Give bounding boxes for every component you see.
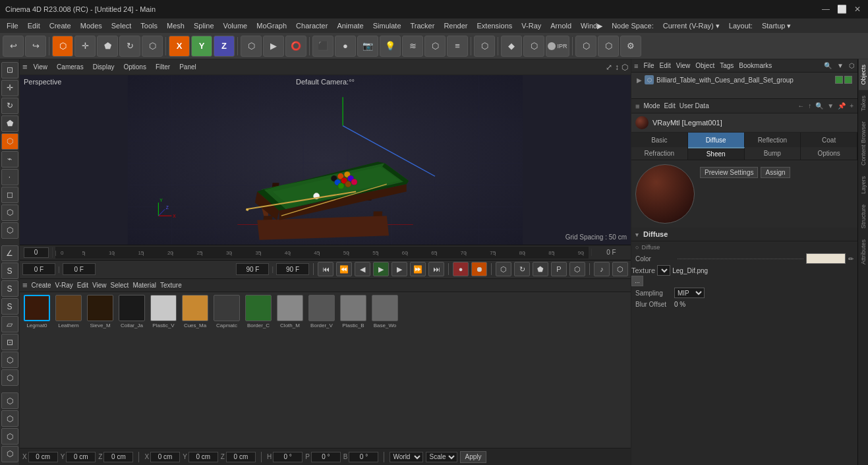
obj-menu-file[interactable]: File (643, 62, 654, 69)
side-select-btn[interactable]: ⊡ (1, 62, 18, 78)
obj-hamburger[interactable]: ≡ (634, 62, 638, 70)
rs-tab-attributes[interactable]: Attributes (859, 234, 868, 270)
attr-tab-basic[interactable]: Basic (631, 133, 688, 147)
obj-filter-icon[interactable]: ▼ (837, 62, 844, 69)
scale-btn[interactable]: ⬟ (97, 36, 118, 57)
attr-add-icon[interactable]: + (850, 102, 854, 109)
axis-x-btn[interactable]: X (169, 36, 190, 57)
minimize-btn[interactable]: — (821, 4, 831, 15)
menu-tracker[interactable]: Tracker (407, 20, 439, 31)
side-poly-btn[interactable]: ⬡ (1, 204, 18, 221)
rs-tab-layers[interactable]: Layers (859, 171, 868, 199)
obj-visible-cb[interactable] (835, 76, 843, 84)
side-extrude-btn[interactable]: ⬡ (1, 369, 18, 386)
viewport[interactable]: Perspective Default Camera:°° (20, 75, 631, 245)
attr-sub-sheen[interactable]: Sheen (688, 147, 745, 160)
side-extra2-btn[interactable]: ⬡ (1, 446, 18, 462)
obj-menu-view[interactable]: View (676, 62, 691, 69)
redo-btn[interactable]: ↪ (25, 36, 46, 57)
ipr-btn[interactable]: IPR (546, 36, 569, 57)
mirror-btn[interactable]: ⬡ (474, 36, 495, 57)
sound-btn[interactable]: ♪ (594, 262, 610, 276)
go-start-btn[interactable]: ⏮ (318, 262, 333, 276)
key-pos-btn[interactable]: ⬡ (496, 262, 511, 276)
mat-menu-edit[interactable]: Edit (77, 282, 88, 289)
maximize-btn[interactable]: ⬜ (836, 4, 847, 15)
menu-tools[interactable]: Tools (136, 20, 161, 31)
menu-modes[interactable]: Modes (76, 20, 106, 31)
rotate-btn[interactable]: ↻ (119, 36, 140, 57)
cube-btn[interactable]: ⬛ (312, 36, 333, 57)
key-scl-btn[interactable]: ⬟ (533, 262, 548, 276)
render-settings-btn[interactable]: ⚙ (620, 36, 641, 57)
side-knife-btn[interactable]: ▱ (1, 316, 18, 332)
render-btn[interactable]: ⬡ (523, 36, 544, 57)
obj-layer-icon[interactable]: ⬡ (849, 62, 855, 69)
frame-end2-input[interactable] (276, 263, 309, 275)
next-frame-btn[interactable]: ⏩ (410, 262, 426, 276)
mat-menu-texture[interactable]: Texture (160, 282, 182, 289)
vp-panel[interactable]: Panel (176, 62, 200, 72)
menu-simulate[interactable]: Simulate (369, 20, 405, 31)
side-extra1-btn[interactable]: ⬡ (1, 428, 18, 445)
mat-item-11[interactable]: Base_Wo (370, 295, 399, 328)
rs-tab-takes[interactable]: Takes (859, 90, 868, 117)
auto-key-btn[interactable]: ⏺ (471, 262, 487, 276)
deform-btn[interactable]: ≋ (402, 36, 423, 57)
coord-y1-input[interactable] (66, 452, 96, 462)
apply-btn[interactable]: Apply (460, 451, 486, 463)
axis-z-btn[interactable]: Z (214, 36, 235, 57)
side-grid-btn[interactable]: ⬡ (1, 410, 18, 427)
rs-tab-structure[interactable]: Structure (859, 199, 868, 234)
coord-x1-input[interactable] (28, 452, 58, 462)
attr-up-btn[interactable]: ↑ (808, 102, 811, 109)
obj-menu-object[interactable]: Object (695, 62, 714, 69)
coord-b-input[interactable] (349, 452, 378, 462)
rs-tab-objects[interactable]: Objects (859, 59, 868, 90)
attr-sub-options[interactable]: Options (801, 147, 857, 160)
mat-item-2[interactable]: Sieve_M (86, 295, 115, 328)
attr-texture-browse-btn[interactable]: ... (631, 276, 643, 286)
mograph-btn[interactable]: ⬡ (424, 36, 446, 57)
menu-mograph[interactable]: MoGraph (252, 20, 291, 31)
side-point-btn[interactable]: · (1, 169, 18, 185)
mat-item-10[interactable]: Plastic_B (339, 295, 368, 328)
attr-filter-icon[interactable]: ▼ (827, 102, 834, 109)
side-move-btn[interactable]: ✛ (1, 80, 18, 96)
mat-item-4[interactable]: Plastic_V (149, 295, 178, 328)
menu-select[interactable]: Select (107, 20, 136, 31)
coord-h-input[interactable] (273, 452, 303, 462)
menu-arnold[interactable]: Arnold (546, 20, 575, 31)
object-btn[interactable]: ⬡ (241, 36, 262, 57)
side-pen-btn[interactable]: ∠ (1, 245, 18, 262)
axis-y-btn[interactable]: Y (191, 36, 212, 57)
attr-back-btn[interactable]: ← (797, 102, 804, 109)
mat-item-8[interactable]: Cloth_M (275, 295, 304, 328)
cam-btn[interactable]: 📷 (357, 36, 378, 57)
vp-options[interactable]: Options (120, 62, 149, 72)
next-key-btn[interactable]: ▶ (391, 262, 407, 276)
menu-mesh[interactable]: Mesh (163, 20, 188, 31)
attr-color-edit-icon[interactable]: ✏ (848, 255, 854, 263)
transform-btn[interactable]: ⬡ (142, 36, 163, 57)
side-rotate-btn[interactable]: ↻ (1, 98, 18, 114)
obj-menu-edit[interactable]: Edit (660, 62, 671, 69)
frame-current-input[interactable] (24, 247, 49, 258)
menu-character[interactable]: Character (292, 20, 332, 31)
prev-key-btn[interactable]: ◀ (355, 262, 370, 276)
attr-sampling-select[interactable]: MIP None SAT (674, 288, 705, 298)
mat-item-1[interactable]: Leathern (54, 295, 83, 328)
obj-item-0[interactable]: ▶ ⬡ Billiard_Table_with_Cues_and_Ball_Se… (634, 74, 855, 86)
frame-current-input2[interactable] (63, 263, 96, 275)
side-loop-btn[interactable]: ⊡ (1, 334, 18, 350)
mat-item-6[interactable]: Capmatc (212, 295, 241, 328)
mat-item-0[interactable]: Legmat0 (22, 295, 51, 328)
menu-layout-value[interactable]: Startup ▾ (758, 20, 796, 32)
side-paint-btn[interactable]: S (1, 280, 18, 297)
menu-edit[interactable]: Edit (24, 20, 44, 31)
attr-tab-reflection[interactable]: Reflection (745, 133, 801, 147)
menu-volume[interactable]: Volume (219, 20, 252, 31)
side-mat-btn[interactable]: ⬡ (1, 392, 18, 409)
coord-z2-input[interactable] (226, 452, 256, 462)
vp-filter[interactable]: Filter (152, 62, 173, 72)
